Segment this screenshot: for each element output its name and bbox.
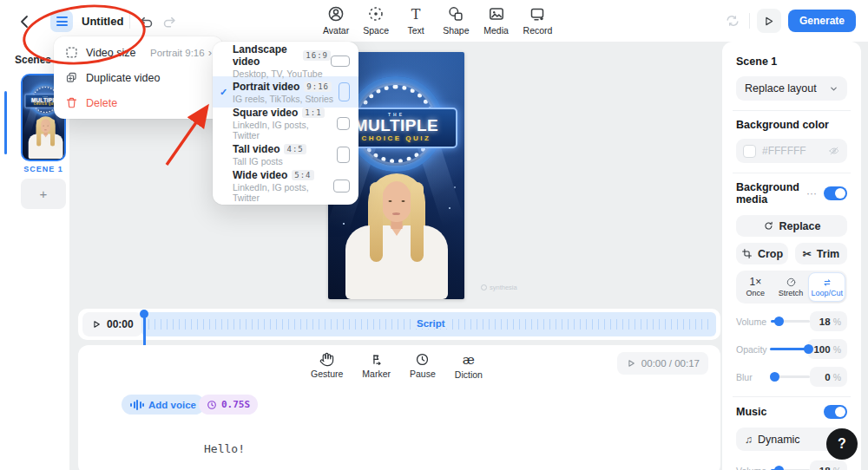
chevron-down-icon <box>829 84 838 94</box>
color-hex-value: #FFFFFF <box>762 145 806 157</box>
music-row: Music <box>736 405 847 419</box>
gesture-button[interactable]: Gesture <box>311 352 343 380</box>
sync-icon <box>725 13 740 29</box>
redo-button[interactable] <box>160 12 179 31</box>
project-menu-button[interactable] <box>50 10 73 32</box>
music-volume-row: Volume 18 % <box>736 460 847 470</box>
check-icon: ✓ <box>220 87 233 98</box>
undo-icon <box>138 14 155 30</box>
divider <box>749 13 750 29</box>
crop-button[interactable]: Crop <box>736 243 788 264</box>
refresh-icon <box>763 220 774 232</box>
menu-item-video-size[interactable]: Video size Portrait 9:16 › <box>54 40 223 65</box>
add-voice-button[interactable]: Add voice <box>122 395 205 415</box>
aspect-16-9-icon <box>331 55 350 67</box>
replace-media-button[interactable]: Replace <box>736 215 847 237</box>
more-options-icon[interactable]: ··· <box>806 187 817 199</box>
aspect-1-1-icon <box>337 117 350 130</box>
tool-record[interactable]: Record <box>523 5 553 36</box>
music-toggle[interactable] <box>824 405 847 419</box>
help-button[interactable]: ? <box>826 428 858 460</box>
question-mark-icon: ? <box>838 436 846 452</box>
pause-button[interactable]: Pause <box>410 352 436 380</box>
volume-value[interactable]: 18 % <box>810 311 847 331</box>
size-option-portrait[interactable]: ✓ Portrait video 9:16 IG reels, TikToks,… <box>213 76 358 108</box>
menu-item-duplicate-video[interactable]: Duplicate video <box>54 65 223 90</box>
header-actions: Generate <box>723 9 856 33</box>
blur-slider[interactable] <box>771 375 810 378</box>
media-icon <box>488 5 505 23</box>
size-option-wide[interactable]: Wide video 5:4 LinkedIn, IG posts, Twitt… <box>213 170 358 201</box>
aspect-5-4-icon <box>333 180 350 193</box>
playhead-line <box>143 317 146 346</box>
crop-trim-row: Crop ✂ Trim <box>736 243 847 264</box>
timeline-play-button[interactable]: 00:00 <box>82 312 142 336</box>
sync-button[interactable] <box>723 11 742 30</box>
video-editor-app: Untitled Avatar Space T Text Shape <box>0 0 868 470</box>
background-media-row: Background media ··· <box>736 181 847 206</box>
volume-slider[interactable] <box>771 320 810 323</box>
blur-slider-row: Blur 0 % <box>736 367 847 387</box>
back-button[interactable] <box>16 12 35 31</box>
tool-media[interactable]: Media <box>483 5 510 36</box>
play-icon <box>762 15 775 28</box>
tool-space[interactable]: Space <box>363 5 389 36</box>
tool-shape[interactable]: Shape <box>443 5 469 36</box>
opacity-value[interactable]: 100 % <box>807 339 847 359</box>
gauge-icon <box>786 277 797 288</box>
pause-duration-chip[interactable]: 0.75S <box>199 395 258 415</box>
blur-value[interactable]: 0 % <box>810 367 847 387</box>
diction-button[interactable]: æ Diction <box>455 352 483 380</box>
size-option-landscape[interactable]: Landscape video 16:9 Desktop, TV, YouTub… <box>213 45 358 76</box>
replace-layout-select[interactable]: Replace layout <box>736 76 847 101</box>
script-panel: Gesture Marker Pause æ Diction 00:00 / 0… <box>78 345 720 470</box>
scene-playback-button[interactable]: 00:00 / 00:17 <box>617 352 708 375</box>
fit-loop-cut-option[interactable]: Loop/Cut <box>808 272 845 302</box>
color-swatch <box>743 145 756 158</box>
divider <box>733 396 851 397</box>
hamburger-icon <box>56 16 68 18</box>
chevron-left-icon <box>16 13 34 30</box>
inspector-panel: Scene 1 Replace layout Background color … <box>722 42 861 470</box>
project-context-menu: Video size Portrait 9:16 › Duplicate vid… <box>54 36 223 119</box>
top-bar: Untitled Avatar Space T Text Shape <box>0 0 868 42</box>
size-option-square[interactable]: Square video 1:1 LinkedIn, IG posts, Twi… <box>213 108 358 139</box>
music-note-icon: ♫ <box>745 434 753 446</box>
opacity-slider[interactable] <box>770 348 808 350</box>
text-icon: T <box>407 5 424 23</box>
divider <box>733 173 851 173</box>
menu-item-delete[interactable]: Delete <box>54 90 223 115</box>
timeline-track[interactable]: Script <box>141 312 716 336</box>
generate-button[interactable]: Generate <box>788 10 856 32</box>
trim-button[interactable]: ✂ Trim <box>795 243 847 264</box>
script-marker[interactable]: Script <box>412 318 450 329</box>
background-color-label: Background color <box>736 119 847 131</box>
background-color-field[interactable]: #FFFFFF <box>736 139 847 163</box>
undo-button[interactable] <box>136 12 155 31</box>
script-text[interactable]: Hello! <box>204 442 245 455</box>
preview-play-button[interactable] <box>757 9 781 33</box>
size-option-tall[interactable]: Tall video 4:5 Tall IG posts <box>213 139 358 170</box>
marker-button[interactable]: Marker <box>362 352 391 380</box>
selected-scene-indicator <box>4 91 7 154</box>
shape-icon <box>447 5 464 23</box>
video-size-current-value: Portrait 9:16 <box>150 48 205 58</box>
fit-stretch-option[interactable]: Stretch <box>773 272 809 302</box>
tool-text[interactable]: T Text <box>403 5 429 36</box>
insert-toolbar: Avatar Space T Text Shape Media Record <box>323 5 552 36</box>
scene-label: SCENE 1 <box>10 165 76 173</box>
add-scene-button[interactable]: + <box>21 179 66 209</box>
tool-avatar[interactable]: Avatar <box>323 5 349 36</box>
crop-icon <box>741 248 753 259</box>
video-size-submenu: Landscape video 16:9 Desktop, TV, YouTub… <box>213 42 358 205</box>
background-media-toggle[interactable] <box>824 186 847 200</box>
music-label: Music <box>736 406 766 418</box>
music-volume-value[interactable]: 18 % <box>810 460 847 470</box>
aspect-9-16-icon <box>339 82 350 101</box>
play-icon <box>626 358 636 369</box>
eye-off-icon[interactable] <box>828 145 840 157</box>
fit-once-option[interactable]: 1× Once <box>738 272 773 302</box>
media-fit-segmented-control: 1× Once Stretch Loop/Cut <box>736 271 847 304</box>
chevron-right-icon: › <box>208 47 212 58</box>
marker-flag-icon <box>369 352 384 367</box>
